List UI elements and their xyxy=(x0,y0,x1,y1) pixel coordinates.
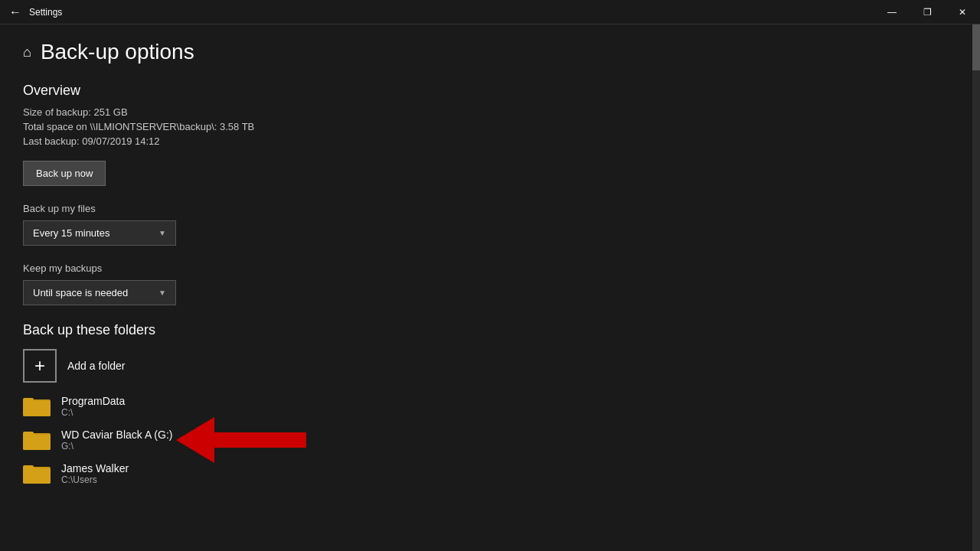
folder-name: James Walker xyxy=(61,462,129,474)
folder-name: ProgramData xyxy=(61,395,125,407)
back-up-files-dropdown[interactable]: Every 15 minutes ▼ xyxy=(23,220,176,246)
page-header: ⌂ Back-up options xyxy=(23,40,949,64)
folder-info: James Walker C:\Users xyxy=(61,462,129,485)
folders-section: Back up these folders + Add a folder Pro… xyxy=(23,322,949,485)
titlebar-controls: — ❐ ✕ xyxy=(874,0,980,24)
keep-backups-section: Keep my backups Until space is needed ▼ xyxy=(23,262,949,305)
back-up-now-button[interactable]: Back up now xyxy=(23,161,106,186)
svg-rect-5 xyxy=(23,435,51,450)
folder-icon xyxy=(23,429,51,452)
titlebar: ← Settings — ❐ ✕ xyxy=(0,0,980,24)
restore-button[interactable]: ❐ xyxy=(910,0,945,24)
folder-path: C:\ xyxy=(61,407,125,418)
main-content: ⌂ Back-up options Overview Size of backu… xyxy=(0,24,972,551)
folder-item-james-walker[interactable]: James Walker C:\Users xyxy=(23,462,949,485)
keep-backups-label: Keep my backups xyxy=(23,262,949,274)
folder-icon xyxy=(23,462,51,485)
back-up-files-section: Back up my files Every 15 minutes ▼ xyxy=(23,203,949,246)
keep-backups-dropdown[interactable]: Until space is needed ▼ xyxy=(23,280,176,305)
svg-rect-2 xyxy=(23,401,51,416)
home-icon[interactable]: ⌂ xyxy=(23,44,31,60)
chevron-down-icon: ▼ xyxy=(158,289,166,297)
scrollbar[interactable] xyxy=(972,24,980,551)
folder-path: G:\ xyxy=(61,441,172,452)
arrow-head xyxy=(176,417,214,463)
minimize-button[interactable]: — xyxy=(874,0,910,24)
space-info: Total space on \\ILMIONTSERVER\backup\: … xyxy=(23,121,949,132)
last-backup-info: Last backup: 09/07/2019 14:12 xyxy=(23,135,949,147)
back-up-files-label: Back up my files xyxy=(23,203,949,214)
red-arrow xyxy=(176,417,306,463)
overview-title: Overview xyxy=(23,83,949,99)
folder-info: ProgramData C:\ xyxy=(61,395,125,418)
folder-info: WD Caviar Black A (G:) G:\ xyxy=(61,429,172,452)
add-folder-label: Add a folder xyxy=(67,360,126,372)
titlebar-title: Settings xyxy=(29,7,62,18)
size-info: Size of backup: 251 GB xyxy=(23,106,949,118)
page-title: Back-up options xyxy=(41,40,194,64)
folders-section-title: Back up these folders xyxy=(23,322,949,338)
folder-item-programdata[interactable]: ProgramData C:\ xyxy=(23,395,949,418)
keep-backups-value: Until space is needed xyxy=(33,287,128,298)
folder-name: WD Caviar Black A (G:) xyxy=(61,429,172,441)
back-up-files-value: Every 15 minutes xyxy=(33,227,109,239)
arrow-body xyxy=(214,432,306,448)
overview-section: Overview Size of backup: 251 GB Total sp… xyxy=(23,83,949,186)
add-folder-button[interactable]: + xyxy=(23,349,57,383)
scrollbar-thumb[interactable] xyxy=(972,24,980,70)
folder-icon xyxy=(23,395,51,418)
folder-item-wd-caviar[interactable]: WD Caviar Black A (G:) G:\ xyxy=(23,429,949,452)
close-button[interactable]: ✕ xyxy=(945,0,980,24)
folder-path: C:\Users xyxy=(61,474,129,485)
titlebar-back-button[interactable]: ← xyxy=(9,5,21,19)
add-folder-row[interactable]: + Add a folder xyxy=(23,349,949,383)
svg-rect-8 xyxy=(23,468,51,484)
chevron-down-icon: ▼ xyxy=(158,229,166,237)
